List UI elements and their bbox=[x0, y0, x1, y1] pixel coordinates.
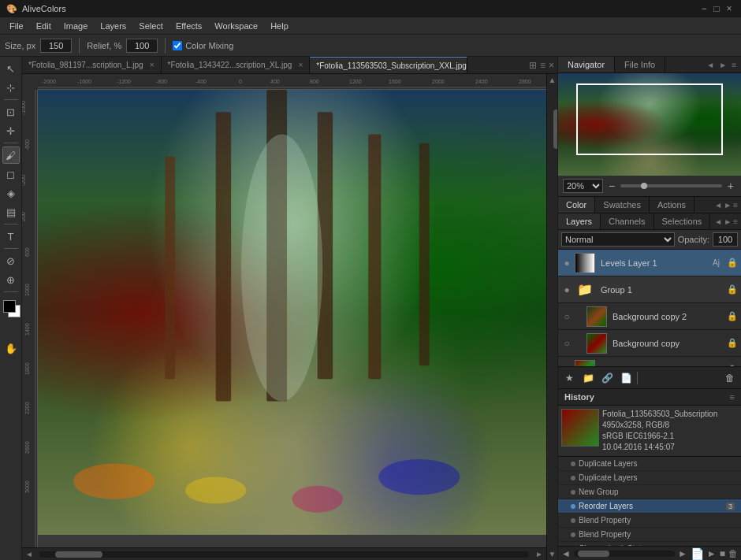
tool-eraser[interactable]: ◻ bbox=[2, 165, 20, 183]
menu-workspace[interactable]: Workspace bbox=[208, 20, 264, 32]
history-item-0[interactable]: Duplicate Layers bbox=[558, 457, 741, 471]
tab-color[interactable]: Color bbox=[558, 197, 595, 213]
color-mixing-checkbox[interactable] bbox=[173, 41, 182, 50]
bottom-btn-new[interactable]: 📄 bbox=[691, 547, 704, 560]
menu-layers[interactable]: Layers bbox=[94, 20, 132, 32]
history-item-4[interactable]: Blend Property bbox=[558, 514, 741, 528]
color-tab-menu[interactable]: ≡ bbox=[733, 201, 738, 210]
menu-select[interactable]: Select bbox=[132, 20, 169, 32]
tool-eyedropper[interactable]: ⊘ bbox=[2, 252, 20, 269]
menu-image[interactable]: Image bbox=[58, 20, 95, 32]
tool-zoom[interactable]: ⊕ bbox=[2, 271, 20, 288]
tool-select[interactable]: ⊹ bbox=[2, 79, 20, 96]
color-tab-arrow-right[interactable]: ► bbox=[724, 201, 732, 210]
minimize-button[interactable]: − bbox=[698, 3, 709, 14]
tool-hand[interactable]: ✋ bbox=[2, 339, 20, 357]
layer-lock-levels[interactable]: 🔒 bbox=[727, 258, 738, 268]
layers-tab-arrow-left[interactable]: ◄ bbox=[714, 217, 722, 226]
tool-text[interactable]: T bbox=[2, 228, 20, 245]
tab-2[interactable]: *Fotolia_1343422...scription_XL.jpg × bbox=[162, 57, 311, 73]
layers-tool-star[interactable]: ★ bbox=[561, 370, 577, 386]
color-swatches[interactable] bbox=[2, 299, 20, 317]
layer-eye-bgcopy2[interactable]: ○ bbox=[561, 311, 572, 322]
history-item-5[interactable]: Blend Property bbox=[558, 528, 741, 542]
tab-navigator[interactable]: Navigator bbox=[558, 57, 615, 72]
zoom-thumb[interactable] bbox=[641, 183, 647, 189]
layers-tab-menu[interactable]: ≡ bbox=[733, 217, 738, 226]
layer-lock-group1[interactable]: 🔒 bbox=[727, 284, 738, 295]
vscroll-thumb[interactable] bbox=[553, 109, 558, 149]
vscroll-down[interactable]: ▼ bbox=[547, 548, 557, 560]
bottom-btn-right[interactable]: ► bbox=[678, 548, 687, 559]
color-tab-arrow-left[interactable]: ◄ bbox=[714, 201, 722, 210]
tab-file-info[interactable]: File Info bbox=[615, 57, 665, 72]
painting-canvas[interactable] bbox=[38, 90, 546, 535]
bottom-btn-stop[interactable]: ■ bbox=[720, 548, 725, 559]
hscroll-right[interactable]: ► bbox=[532, 550, 546, 558]
blend-mode-select[interactable]: Normal Multiply Screen Overlay bbox=[561, 232, 675, 247]
bottom-scrollbar-thumb[interactable] bbox=[578, 551, 609, 557]
maximize-button[interactable]: □ bbox=[711, 3, 722, 14]
tab-close-icon[interactable]: × bbox=[549, 60, 554, 71]
bottom-btn-left[interactable]: ◄ bbox=[561, 548, 571, 559]
tab-1-close[interactable]: × bbox=[150, 61, 155, 69]
history-item-2[interactable]: New Group bbox=[558, 485, 741, 499]
tab-layers[interactable]: Layers bbox=[558, 213, 601, 229]
window-controls[interactable]: − □ × bbox=[698, 3, 735, 14]
bottom-btn-delete[interactable]: 🗑 bbox=[728, 548, 738, 559]
relief-input[interactable] bbox=[126, 39, 158, 53]
tool-move[interactable]: ✛ bbox=[2, 122, 20, 139]
zoom-select[interactable]: 20% 25% 50% 100% bbox=[563, 179, 603, 193]
menu-help[interactable]: Help bbox=[264, 20, 295, 32]
panel-arrow-left[interactable]: ◄ bbox=[705, 59, 716, 71]
tool-brush[interactable]: 🖌 bbox=[2, 146, 20, 164]
tool-arrow[interactable]: ↖ bbox=[2, 60, 20, 77]
close-button[interactable]: × bbox=[724, 3, 735, 14]
layer-row-group1[interactable]: ● 📁 Group 1 🔒 bbox=[558, 276, 741, 303]
tab-menu-icon[interactable]: ≡ bbox=[540, 60, 546, 71]
layer-eye-bgcopy[interactable]: ○ bbox=[561, 338, 572, 349]
tab-grid-icon[interactable]: ⊞ bbox=[529, 60, 537, 71]
layer-eye-levels[interactable]: ● bbox=[561, 258, 572, 269]
horizontal-scrollbar[interactable]: ◄ ► bbox=[22, 547, 546, 560]
zoom-minus[interactable]: − bbox=[606, 180, 617, 192]
size-input[interactable] bbox=[40, 39, 72, 53]
tab-actions[interactable]: Actions bbox=[650, 197, 694, 213]
layer-lock-bgcopy2[interactable]: 🔒 bbox=[727, 311, 738, 321]
layers-tool-delete[interactable]: 🗑 bbox=[722, 370, 738, 386]
tab-channels[interactable]: Channels bbox=[601, 213, 653, 229]
layers-tool-copy[interactable]: 📄 bbox=[618, 370, 634, 386]
hscroll-left[interactable]: ◄ bbox=[22, 550, 36, 558]
history-menu[interactable]: ≡ bbox=[730, 392, 735, 402]
panel-menu[interactable]: ≡ bbox=[730, 59, 738, 71]
zoom-plus[interactable]: + bbox=[725, 180, 736, 192]
layer-row-bgcopy2[interactable]: ○ Background copy 2 🔒 bbox=[558, 303, 741, 330]
tool-fill[interactable]: ◈ bbox=[2, 184, 20, 202]
bottom-scrollbar-track[interactable] bbox=[574, 551, 675, 557]
canvas-content[interactable] bbox=[38, 90, 546, 535]
panel-arrow-right[interactable]: ► bbox=[717, 59, 728, 71]
bottom-btn-play[interactable]: ► bbox=[707, 548, 717, 559]
tab-2-close[interactable]: × bbox=[298, 61, 303, 69]
layer-row-bgcopy[interactable]: ○ Background copy 🔒 bbox=[558, 330, 741, 357]
layers-tab-arrow-right[interactable]: ► bbox=[724, 217, 732, 226]
layer-eye-group1[interactable]: ● bbox=[561, 284, 572, 295]
hscroll-thumb[interactable] bbox=[55, 551, 102, 558]
menu-file[interactable]: File bbox=[3, 20, 30, 32]
opacity-input[interactable] bbox=[713, 232, 738, 247]
vscroll-up[interactable]: ▲ bbox=[547, 74, 557, 86]
tab-3[interactable]: *Fotolia_113563503_Subscription_XXL.jpg … bbox=[310, 57, 467, 73]
tab-selections[interactable]: Selections bbox=[654, 213, 711, 229]
history-item-1[interactable]: Duplicate Layers bbox=[558, 471, 741, 485]
layer-lock-bgcopy[interactable]: 🔒 bbox=[727, 338, 738, 348]
nav-viewport[interactable] bbox=[576, 83, 723, 155]
menu-effects[interactable]: Effects bbox=[169, 20, 208, 32]
layer-row-bg[interactable]: ● Background 🔒 bbox=[558, 357, 741, 366]
tab-swatches[interactable]: Swatches bbox=[595, 197, 650, 213]
hscroll-track[interactable] bbox=[39, 551, 529, 558]
layers-tool-link[interactable]: 🔗 bbox=[599, 370, 615, 386]
tab-1[interactable]: *Fotolia_981197...scription_L.jpg × bbox=[22, 57, 162, 73]
layers-tool-folder[interactable]: 📁 bbox=[580, 370, 596, 386]
tool-crop[interactable]: ⊡ bbox=[2, 103, 20, 121]
menu-edit[interactable]: Edit bbox=[30, 20, 58, 32]
